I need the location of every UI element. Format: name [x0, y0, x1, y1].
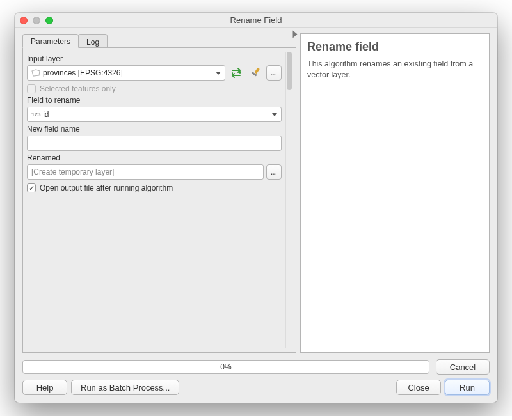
renamed-output-label: Renamed: [27, 153, 282, 162]
field-to-rename-label: Field to rename: [27, 96, 282, 105]
help-button[interactable]: Help: [22, 380, 67, 395]
new-field-name-label: New field name: [27, 125, 282, 134]
close-button[interactable]: Close: [396, 380, 441, 395]
help-heading: Rename field: [307, 40, 483, 54]
help-panel: Rename field This algorithm renames an e…: [300, 33, 490, 353]
tab-bar: Parameters Log: [22, 33, 296, 47]
open-output-checkbox[interactable]: ✓ Open output file after running algorit…: [27, 183, 282, 192]
progress-text: 0%: [220, 362, 231, 371]
panel-collapse-icon[interactable]: [293, 31, 298, 38]
chevron-down-icon: [216, 72, 221, 75]
open-output-label: Open output file after running algorithm: [40, 183, 173, 192]
selected-features-only-checkbox: Selected features only: [27, 84, 282, 93]
input-layer-combo[interactable]: provinces [EPSG:4326]: [27, 65, 225, 81]
input-layer-label: Input layer: [27, 54, 282, 63]
minimize-window-button[interactable]: [33, 17, 40, 24]
numeric-field-icon: 123: [31, 111, 40, 118]
top-area: Parameters Log Input layer: [22, 33, 490, 353]
iterate-features-button[interactable]: [228, 65, 244, 81]
run-batch-button[interactable]: Run as Batch Process...: [71, 380, 179, 395]
input-layer-row: provinces [EPSG:4326]: [27, 65, 282, 81]
close-window-button[interactable]: [20, 17, 28, 24]
field-to-rename-combo[interactable]: 123 id: [27, 107, 282, 122]
progress-row: 0% Cancel: [22, 359, 490, 375]
parameters-panel: Input layer provinces [EPSG:4326]: [22, 47, 296, 353]
renamed-output-browse-button[interactable]: ...: [266, 164, 282, 180]
renamed-output-row: [Create temporary layer] ...: [27, 164, 282, 180]
renamed-output-placeholder: [Create temporary layer]: [31, 167, 114, 176]
advanced-options-button[interactable]: [247, 65, 264, 81]
tab-parameters[interactable]: Parameters: [22, 34, 79, 48]
dialog-window: Rename Field Parameters Log Input layer: [15, 13, 497, 403]
polygon-layer-icon: [31, 69, 40, 77]
dialog-content: Parameters Log Input layer: [15, 28, 497, 403]
input-layer-value: provinces [EPSG:4326]: [43, 68, 123, 77]
scrollbar-thumb[interactable]: [287, 52, 292, 90]
window-title: Rename Field: [15, 15, 497, 25]
checkbox-checked-icon: ✓: [27, 183, 36, 192]
window-controls: [20, 17, 53, 24]
help-body: This algorithm renames an existing field…: [307, 59, 483, 81]
parameters-column: Parameters Log Input layer: [22, 33, 296, 353]
titlebar: Rename Field: [15, 13, 497, 28]
renamed-output-input[interactable]: [Create temporary layer]: [27, 164, 264, 180]
tab-log[interactable]: Log: [78, 34, 108, 48]
field-to-rename-value: id: [43, 110, 49, 119]
chevron-down-icon: [272, 113, 277, 116]
parameters-panel-inner: Input layer provinces [EPSG:4326]: [27, 52, 285, 348]
selected-features-only-label: Selected features only: [40, 84, 116, 93]
input-layer-browse-button[interactable]: ...: [266, 65, 282, 81]
cancel-button[interactable]: Cancel: [436, 359, 490, 375]
checkbox-icon: [27, 84, 36, 93]
button-row: Help Run as Batch Process... Close Run: [22, 380, 490, 395]
new-field-name-input[interactable]: [27, 136, 282, 151]
run-button[interactable]: Run: [445, 380, 490, 395]
progress-bar: 0%: [22, 360, 429, 374]
svg-rect-0: [254, 68, 259, 74]
maximize-window-button[interactable]: [45, 17, 53, 24]
parameters-scrollbar[interactable]: [285, 52, 292, 348]
